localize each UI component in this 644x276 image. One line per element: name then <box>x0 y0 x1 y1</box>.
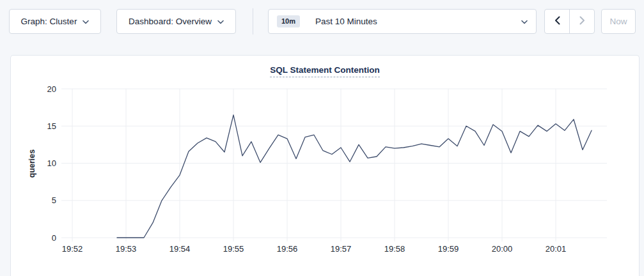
y-tick-label: 15 <box>47 121 56 131</box>
data-line-queries <box>117 115 592 238</box>
graph-dropdown[interactable]: Graph: Cluster <box>9 9 101 34</box>
toolbar-divider <box>253 8 253 34</box>
x-tick-label: 19:59 <box>438 244 459 254</box>
x-tick-label: 19:57 <box>331 244 352 254</box>
dashboard-dropdown[interactable]: Dashboard: Overview <box>116 9 236 34</box>
x-tick-label: 19:53 <box>116 244 137 254</box>
x-tick-label: 19:54 <box>169 244 191 254</box>
sql-statement-contention-line-chart[interactable]: 0510152019:5219:5319:5419:5519:5619:5719… <box>11 56 640 276</box>
x-tick-label: 19:55 <box>223 244 244 254</box>
y-tick-label: 0 <box>52 233 56 243</box>
x-tick-label: 19:52 <box>62 244 83 254</box>
y-tick-label: 20 <box>47 84 56 94</box>
time-range-label: Past 10 Minutes <box>315 17 377 26</box>
chevron-left-icon <box>554 16 560 27</box>
chevron-right-icon <box>579 16 585 27</box>
chevron-down-icon <box>82 17 89 26</box>
x-tick-label: 20:00 <box>492 244 513 254</box>
previous-time-range-button[interactable] <box>545 10 569 33</box>
chevron-down-icon <box>217 17 224 26</box>
time-range-badge: 10m <box>277 15 300 27</box>
chart-card: SQL Statement Contention queries 0510152… <box>10 55 640 276</box>
y-tick-label: 5 <box>52 195 56 205</box>
dashboard-dropdown-label: Dashboard: Overview <box>129 17 212 26</box>
y-tick-label: 10 <box>47 158 56 168</box>
time-range-dropdown[interactable]: 10m Past 10 Minutes <box>268 9 537 34</box>
now-button[interactable]: Now <box>601 9 636 34</box>
now-button-label: Now <box>609 17 627 26</box>
x-tick-label: 20:01 <box>546 244 567 254</box>
graph-dropdown-label: Graph: Cluster <box>21 17 77 26</box>
x-tick-label: 19:56 <box>277 244 298 254</box>
chevron-down-icon <box>521 17 528 26</box>
next-time-range-button[interactable] <box>569 10 594 33</box>
time-range-step-group <box>544 9 595 34</box>
x-tick-label: 19:58 <box>384 244 405 254</box>
